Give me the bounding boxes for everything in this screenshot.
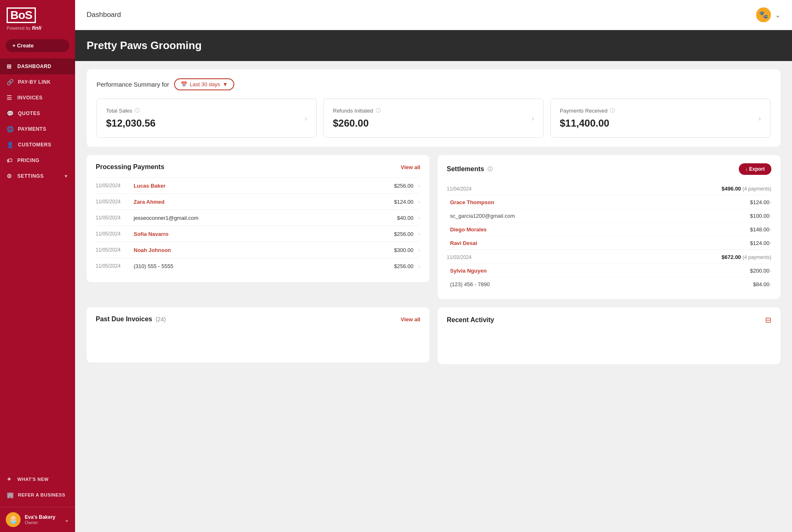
- row-arrow-icon[interactable]: ›: [769, 226, 771, 233]
- row-arrow-icon[interactable]: ›: [418, 182, 420, 189]
- payment-date: 11/05/2024: [96, 263, 129, 269]
- quotes-icon: 💬: [7, 110, 14, 117]
- customers-icon: 👤: [7, 141, 14, 148]
- bos-logo: BoS: [7, 7, 36, 23]
- sidebar-item-invoices[interactable]: ☰ INVOICES: [0, 90, 75, 106]
- processing-payments-header: Processing Payments View all: [96, 163, 420, 171]
- sidebar-item-pay-by-link[interactable]: 🔗 PAY-BY LINK: [0, 74, 75, 90]
- row-arrow-icon[interactable]: ›: [418, 263, 420, 269]
- filter-icon[interactable]: ⊟: [765, 315, 771, 325]
- table-row: Diego Morales $148.00 ›: [447, 222, 771, 236]
- row-arrow-icon[interactable]: ›: [769, 240, 771, 246]
- user-profile[interactable]: 🧁 Eva's Bakery Owner ⌄: [0, 507, 75, 532]
- settings-icon: ⚙: [7, 173, 13, 179]
- settlement-name[interactable]: Grace Thompson: [450, 199, 740, 205]
- user-profile-chevron-icon: ⌄: [64, 516, 69, 523]
- row-arrow-icon[interactable]: ›: [769, 199, 771, 205]
- row-arrow-icon[interactable]: ›: [769, 212, 771, 219]
- past-due-invoices-content: [96, 330, 420, 354]
- user-info: Eva's Bakery Owner: [25, 514, 60, 525]
- metric-refunds: Refunds Initiated ⓘ $260.00 ›: [323, 99, 544, 138]
- row-arrow-icon[interactable]: ›: [769, 267, 771, 274]
- recent-activity-header: Recent Activity ⊟: [447, 315, 771, 325]
- avatar: 🧁: [6, 512, 21, 527]
- payment-name[interactable]: Zara Ahmed: [134, 199, 384, 205]
- refunds-arrow-icon[interactable]: ›: [531, 113, 534, 123]
- payments-received-info-icon: ⓘ: [610, 107, 615, 114]
- payment-name[interactable]: Noah Johnson: [134, 247, 384, 253]
- date-filter-button[interactable]: 📅 Last 30 days ▼: [174, 78, 235, 90]
- sidebar-item-pricing[interactable]: 🏷 PRICING: [0, 153, 75, 168]
- performance-label: Performance Summary for: [97, 81, 169, 88]
- create-button[interactable]: + Create: [6, 39, 69, 52]
- sidebar-bottom-nav: ✦ WHAT'S NEW 🏢 REFER A BUSINESS: [0, 467, 75, 507]
- settlement-amount: $84.00: [740, 281, 769, 287]
- topbar: Dashboard 🐾 ⌄: [75, 0, 792, 30]
- sidebar-item-settings[interactable]: ⚙ SETTINGS ▼: [0, 168, 75, 184]
- sidebar-item-whats-new[interactable]: ✦ WHAT'S NEW: [0, 471, 75, 487]
- processing-payments-title: Processing Payments: [96, 163, 164, 171]
- settlement-amount: $124.00: [740, 199, 769, 205]
- payment-name[interactable]: Sofia Navarro: [134, 231, 384, 237]
- topbar-chevron-icon[interactable]: ⌄: [775, 11, 780, 19]
- row-arrow-icon[interactable]: ›: [418, 198, 420, 205]
- sidebar-item-quotes[interactable]: 💬 QUOTES: [0, 106, 75, 121]
- row-arrow-icon[interactable]: ›: [769, 281, 771, 287]
- payments-received-arrow-icon[interactable]: ›: [758, 113, 761, 123]
- settlement-name[interactable]: Diego Morales: [450, 226, 740, 233]
- performance-header: Performance Summary for 📅 Last 30 days ▼: [97, 78, 771, 90]
- pricing-icon: 🏷: [7, 157, 13, 164]
- recent-activity-title: Recent Activity: [447, 316, 494, 324]
- sidebar-item-customers[interactable]: 👤 CUSTOMERS: [0, 137, 75, 153]
- metrics-row: Total Sales ⓘ $12,030.56 › Refunds Initi…: [97, 99, 771, 138]
- row-arrow-icon[interactable]: ›: [418, 231, 420, 237]
- business-header: Pretty Paws Grooming: [75, 30, 792, 61]
- settlement-group-header: 11/03/2024 $672.00 (4 payments): [447, 250, 771, 264]
- settlement-amount: $148.00: [740, 226, 769, 233]
- payment-date: 11/05/2024: [96, 199, 129, 205]
- past-due-invoices-header: Past Due Invoices (24) View all: [96, 315, 420, 323]
- payment-amount: $40.00: [389, 215, 413, 221]
- row-arrow-icon[interactable]: ›: [418, 214, 420, 221]
- col-right-bottom: Recent Activity ⊟: [438, 307, 780, 364]
- sidebar-item-payments[interactable]: 🌐 PAYMENTS: [0, 121, 75, 137]
- refunds-info-icon: ⓘ: [376, 107, 381, 114]
- settlement-name[interactable]: Sylvia Nguyen: [450, 268, 740, 274]
- refer-icon: 🏢: [7, 492, 14, 498]
- sidebar-item-refer-a-business[interactable]: 🏢 REFER A BUSINESS: [0, 487, 75, 503]
- sidebar: BoS Powered by finli + Create ⊞ DASHBOAR…: [0, 0, 75, 532]
- sidebar-item-dashboard[interactable]: ⊞ DASHBOARD: [0, 59, 75, 74]
- export-button[interactable]: ↓ Export: [739, 163, 771, 175]
- processing-payments-view-all[interactable]: View all: [401, 164, 420, 170]
- total-sales-value: $12,030.56: [106, 118, 156, 129]
- calendar-icon: 📅: [181, 81, 187, 87]
- business-name: Pretty Paws Grooming: [87, 39, 780, 52]
- settlement-name[interactable]: Ravi Desai: [450, 240, 740, 246]
- row-arrow-icon[interactable]: ›: [418, 247, 420, 253]
- table-row: Grace Thompson $124.00 ›: [447, 195, 771, 209]
- bottom-two-column-section: Past Due Invoices (24) View all Recent A…: [87, 307, 780, 364]
- metric-payments-received: Payments Received ⓘ $11,400.00 ›: [550, 99, 771, 138]
- settlement-amount: $124.00: [740, 240, 769, 246]
- sidebar-nav: ⊞ DASHBOARD 🔗 PAY-BY LINK ☰ INVOICES 💬 Q…: [0, 59, 75, 184]
- table-row: Ravi Desai $124.00 ›: [447, 236, 771, 250]
- settlements-panel: Settlements ⓘ ↓ Export 11/04/2024 $496.0…: [438, 155, 780, 299]
- payment-amount: $124.00: [389, 199, 413, 205]
- settlement-amount: $100.00: [740, 213, 769, 219]
- paw-button[interactable]: 🐾: [756, 7, 771, 22]
- table-row: sc_garcia1200@gmail.com $100.00 ›: [447, 209, 771, 222]
- table-row: (123) 456 - 7890 $84.00 ›: [447, 277, 771, 291]
- col-left-bottom: Past Due Invoices (24) View all: [87, 307, 429, 364]
- recent-activity-panel: Recent Activity ⊟: [438, 307, 780, 364]
- settlements-header: Settlements ⓘ ↓ Export: [447, 163, 771, 175]
- payment-name[interactable]: Lucas Baker: [134, 183, 384, 189]
- date-filter-label: Last 30 days: [190, 81, 220, 87]
- refunds-value: $260.00: [333, 118, 381, 129]
- past-due-invoices-panel: Past Due Invoices (24) View all: [87, 307, 429, 363]
- past-due-invoices-view-all[interactable]: View all: [401, 316, 420, 322]
- settlements-list: 11/04/2024 $496.00 (4 payments) Grace Th…: [447, 181, 771, 291]
- main-content-area: Dashboard 🐾 ⌄ Pretty Paws Grooming Perfo…: [75, 0, 792, 532]
- whats-new-icon: ✦: [7, 476, 13, 483]
- total-sales-arrow-icon[interactable]: ›: [304, 113, 307, 123]
- settlement-group-date: 11/03/2024: [447, 254, 471, 260]
